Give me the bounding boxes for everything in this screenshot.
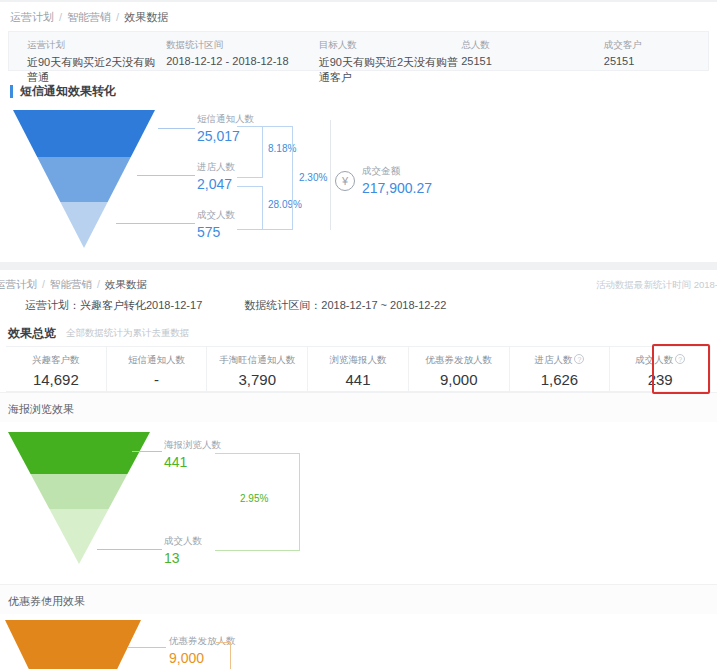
currency-yen-icon: ¥ [335,171,355,191]
conversion-rate-overall: 2.30% [299,172,327,183]
stat-poster-views: 浏览海报人数 441 [308,347,409,391]
breadcrumb-separator: / [59,11,62,23]
funnel-band-views [8,432,150,474]
overview-note: 全部数据统计为累计去重数据 [66,327,190,340]
stat-sms-notified: 短信通知人数 - [107,347,208,391]
section-title-sms-conversion: 短信通知效果转化 [10,83,707,99]
stat-label: 短信通知人数 [107,354,207,367]
coupon-funnel-chart: 优惠券发放人数 9,000 [0,614,717,669]
breadcrumb-separator: / [42,278,45,290]
info-label: 运营计划 [27,39,166,52]
last-updated-time: 活动数据最新统计时间 2018-12 [596,279,717,292]
funnel-band-deal [13,202,155,248]
stage-deal: 成交人数 575 [197,209,235,240]
effect-data-page: 运营计划/智能营销/效果数据 运营计划 近90天有购买近2天没有购普通 数据统计… [0,0,717,669]
sms-effect-card: 运营计划/智能营销/效果数据 运营计划 近90天有购买近2天没有购普通 数据统计… [0,2,717,262]
info-col-date-range: 数据统计区间 2018-12-12 - 2018-12-18 [166,39,318,62]
poster-funnel-chart: 海报浏览人数 441 成交人数 13 2.95% [0,422,717,584]
conversion-rate-overall: 2.95% [240,493,268,504]
plan-name: 运营计划：兴趣客户转化2018-12-17 [25,298,202,314]
plan-info-bar: 运营计划 近90天有购买近2天没有购普通 数据统计区间 2018-12-12 -… [8,31,709,71]
breadcrumb-effect-data: 效果数据 [105,278,147,290]
stage-poster-views: 海报浏览人数 441 [164,439,221,470]
info-value: 25151 [604,55,690,67]
breadcrumb-effect-data: 效果数据 [124,11,168,23]
funnel-band-issued [5,620,141,669]
stage-value: 441 [164,454,221,470]
sms-funnel-chart: 短信通知人数 25,017 进店人数 2,047 成交人数 575 8.18% … [0,99,717,265]
info-icon[interactable]: ? [675,354,685,364]
stage-label: 短信通知人数 [197,113,254,126]
funnel-band-deal [8,509,150,564]
breadcrumb-marketing[interactable]: 智能营销 [67,11,111,23]
deal-amount-value: 217,900.27 [362,180,432,196]
leader-line [116,223,195,224]
stat-value: 3,790 [207,371,307,388]
info-col-plan: 运营计划 近90天有购买近2天没有购普通 [27,39,166,62]
stat-value: 239 [610,371,710,388]
stat-label: 优惠券发放人数 [409,354,509,367]
section-title-text: 短信通知效果转化 [20,83,116,100]
stat-value: - [107,371,207,388]
stage-label: 海报浏览人数 [164,439,221,452]
section-title-poster-effect: 海报浏览效果 [0,392,717,422]
stat-value: 441 [308,371,408,388]
funnel-band-notified [13,110,155,157]
info-value: 2018-12-12 - 2018-12-18 [166,55,318,67]
stat-value: 1,626 [510,371,610,388]
stat-value: 14,692 [6,371,106,388]
info-col-deal-customers: 成交客户 25151 [604,39,690,62]
info-value: 25151 [461,55,604,67]
leader-line [137,175,195,176]
stage-store-visit: 进店人数 2,047 [197,161,235,192]
stat-label: 进店人数? [510,354,610,367]
deal-amount: 成交金额 217,900.27 [362,165,432,196]
stat-value: 9,000 [409,371,509,388]
section-title-coupon-effect: 优惠券使用效果 [0,584,717,614]
deal-amount-label: 成交金额 [362,165,432,178]
breadcrumb-plan[interactable]: 运营计划 [0,278,37,290]
stat-wangxin-notified: 手淘旺信通知人数 3,790 [207,347,308,391]
amount-divider [330,120,331,230]
info-label: 总人数 [461,39,604,52]
info-col-target-audience: 目标人数 近90天有购买近2天没有购普通客户 [319,39,462,62]
stat-date-range: 数据统计区间：2018-12-17 ~ 2018-12-22 [244,298,446,314]
stat-label: 浏览海报人数 [308,354,408,367]
stat-label: 手淘旺信通知人数 [207,354,307,367]
stage-label: 成交人数 [197,209,235,222]
breadcrumb-separator: / [97,278,100,290]
breadcrumb-plan[interactable]: 运营计划 [10,11,54,23]
stat-interest-customers: 兴趣客户数 14,692 [6,347,107,391]
breadcrumb: 运营计划/智能营销/效果数据 [0,2,717,29]
rate-bracket-partial [216,642,231,669]
campaign-effect-card: 运营计划/智能营销/效果数据 活动数据最新统计时间 2018-12 运营计划：兴… [0,270,717,669]
overview-header: 效果总览 全部数据统计为累计去重数据 [0,320,717,346]
stat-label: 兴趣客户数 [6,354,106,367]
leader-line [158,128,195,129]
title-accent-bar [10,85,13,98]
breadcrumb-marketing[interactable]: 智能营销 [50,278,92,290]
info-col-total-count: 总人数 25151 [461,39,604,62]
funnel-band-visited [13,157,155,202]
funnel-band-mid [8,474,150,509]
poster-funnel-shape [8,432,150,564]
sms-funnel-shape [13,110,155,248]
info-icon[interactable]: ? [574,354,584,364]
stage-poster-deal: 成交人数 13 [164,535,202,566]
stat-store-visits: 进店人数? 1,626 [510,347,611,391]
breadcrumb-separator: / [116,11,119,23]
leader-line [132,451,162,452]
stage-value: 2,047 [197,176,235,192]
stat-coupons-issued: 优惠券发放人数 9,000 [409,347,510,391]
stage-label: 进店人数 [197,161,235,174]
stage-label: 成交人数 [164,535,202,548]
leader-line [97,549,162,550]
leader-line [128,647,166,648]
info-value: 近90天有购买近2天没有购普通 [27,55,166,85]
info-label: 数据统计区间 [166,39,318,52]
info-label: 目标人数 [319,39,462,52]
plan-summary-row: 运营计划：兴趣客户转化2018-12-17 数据统计区间：2018-12-17 … [0,296,717,320]
breadcrumb: 运营计划/智能营销/效果数据 活动数据最新统计时间 2018-12 [0,270,717,296]
stage-value: 575 [197,224,235,240]
info-label: 成交客户 [604,39,690,52]
